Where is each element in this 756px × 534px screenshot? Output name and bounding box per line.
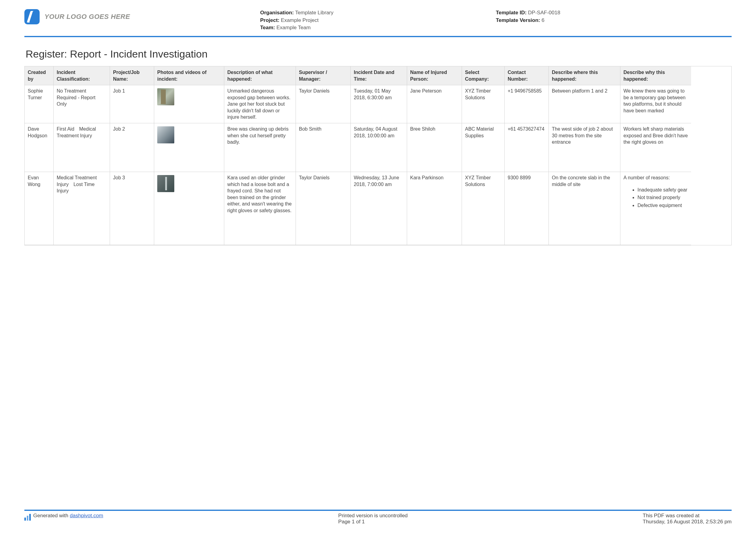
- template-id-row: Template ID: DP-SAF-0018: [496, 9, 732, 17]
- document-footer: Generated with dashpivot.com Printed ver…: [24, 510, 732, 525]
- document-header: YOUR LOGO GOES HERE Organisation: Templa…: [24, 9, 732, 37]
- uncontrolled-text: Printed version is uncontrolled: [338, 513, 408, 519]
- table-cell: ABC Material Supplies: [462, 123, 505, 172]
- table-cell: First Aid Medical Treatment Injury: [54, 123, 110, 172]
- table-cell: Sophie Turner: [25, 85, 54, 123]
- table-cell: Tuesday, 01 May 2018, 6:30:00 am: [351, 85, 407, 123]
- team-value: Example Team: [276, 25, 310, 31]
- project-row: Project: Example Project: [260, 17, 496, 24]
- logo-icon: [24, 9, 40, 24]
- table-cell: Medical Treatment Injury Lost Time Injur…: [54, 172, 110, 245]
- photo-cell: [154, 123, 224, 172]
- table-cell: Workers left sharp materials exposed and…: [620, 123, 691, 172]
- table-cell: Job 2: [110, 123, 154, 172]
- col-job: Project/Job Name:: [110, 66, 154, 85]
- organisation-value: Template Library: [295, 10, 334, 15]
- table-cell: +1 9496758585: [505, 85, 549, 123]
- table-cell: The west side of job 2 about 30 metres f…: [549, 123, 620, 172]
- incident-photo-thumbnail: [157, 88, 174, 105]
- team-row: Team: Example Team: [260, 24, 496, 32]
- col-datetime: Incident Date and Time:: [351, 66, 407, 85]
- photo-cell: [154, 172, 224, 245]
- incident-photo-thumbnail: [157, 175, 174, 192]
- table-cell: XYZ Timber Solutions: [462, 85, 505, 123]
- why-reason-item: Inadequate safety gear: [637, 187, 688, 193]
- why-intro: A number of reasons:: [623, 175, 670, 180]
- col-contact: Contact Number:: [505, 66, 549, 85]
- footer-left: Generated with dashpivot.com: [24, 513, 103, 525]
- table-cell: Taylor Daniels: [296, 85, 351, 123]
- table-cell: Evan Wong: [25, 172, 54, 245]
- table-cell: Kara used an older grinder which had a l…: [224, 172, 296, 245]
- template-id-value: DP-SAF-0018: [528, 10, 560, 15]
- table-cell: Dave Hodgson: [25, 123, 54, 172]
- table-cell: Jane Peterson: [407, 85, 462, 123]
- why-reason-list: Inadequate safety gear Not trained prope…: [637, 187, 688, 209]
- generated-with-text: Generated with dashpivot.com: [33, 513, 103, 519]
- document-page: YOUR LOGO GOES HERE Organisation: Templa…: [0, 0, 756, 534]
- table-cell: Job 1: [110, 85, 154, 123]
- bars-icon: [24, 514, 31, 521]
- incident-photo-thumbnail: [157, 126, 174, 143]
- table-cell: Bree was cleaning up debris when she cut…: [224, 123, 296, 172]
- incident-table: Created by Incident Classification: Proj…: [24, 66, 732, 245]
- table-cell: Saturday, 04 August 2018, 10:00:00 am: [351, 123, 407, 172]
- footer-right: This PDF was created at Thursday, 16 Aug…: [643, 513, 732, 525]
- table-cell: Bob Smith: [296, 123, 351, 172]
- generated-with-label: Generated with: [33, 513, 70, 519]
- template-version-row: Template Version: 6: [496, 17, 732, 24]
- table-cell: XYZ Timber Solutions: [462, 172, 505, 245]
- page-number: Page 1 of 1: [338, 519, 408, 525]
- col-where: Describe where this happened:: [549, 66, 620, 85]
- table-cell: Unmarked dangerous exposed gap between w…: [224, 85, 296, 123]
- table-cell: +61 4573627474: [505, 123, 549, 172]
- table-cell: Wednesday, 13 June 2018, 7:00:00 am: [351, 172, 407, 245]
- why-reason-item: Not trained properly: [637, 194, 688, 201]
- organisation-row: Organisation: Template Library: [260, 9, 496, 17]
- table-cell: 9300 8899: [505, 172, 549, 245]
- team-label: Team:: [260, 25, 275, 31]
- col-created-by: Created by: [25, 66, 54, 85]
- page-title: Register: Report - Incident Investigatio…: [26, 48, 732, 60]
- template-version-value: 6: [541, 17, 544, 23]
- logo-placeholder-text: YOUR LOGO GOES HERE: [44, 13, 130, 21]
- project-value: Example Project: [281, 17, 319, 23]
- organisation-label: Organisation:: [260, 10, 294, 15]
- col-photos: Photos and videos of incident:: [154, 66, 224, 85]
- template-id-label: Template ID:: [496, 10, 526, 15]
- col-injured: Name of Injured Person:: [407, 66, 462, 85]
- col-supervisor: Supervisor / Manager:: [296, 66, 351, 85]
- why-cell: A number of reasons: Inadequate safety g…: [620, 172, 691, 245]
- col-description: Description of what happened:: [224, 66, 296, 85]
- table-cell: Taylor Daniels: [296, 172, 351, 245]
- created-at-label: This PDF was created at: [643, 513, 732, 519]
- dashpivot-link[interactable]: dashpivot.com: [70, 513, 103, 519]
- why-reason-item: Defective equipment: [637, 202, 688, 209]
- col-classification: Incident Classification:: [54, 66, 110, 85]
- header-left: YOUR LOGO GOES HERE: [24, 9, 260, 24]
- table-cell: Kara Parkinson: [407, 172, 462, 245]
- table-cell: Between platform 1 and 2: [549, 85, 620, 123]
- col-why: Describe why this happened:: [620, 66, 691, 85]
- header-right: Template ID: DP-SAF-0018 Template Versio…: [496, 9, 732, 24]
- col-company: Select Company:: [462, 66, 505, 85]
- table-cell: Job 3: [110, 172, 154, 245]
- table-cell: We knew there was going to be a temporar…: [620, 85, 691, 123]
- created-at-value: Thursday, 16 August 2018, 2:53:26 pm: [643, 519, 732, 525]
- project-label: Project:: [260, 17, 280, 23]
- table-cell: No Treatment Required - Report Only: [54, 85, 110, 123]
- table-cell: On the concrete slab in the middle of si…: [549, 172, 620, 245]
- photo-cell: [154, 85, 224, 123]
- table-cell: Bree Shiloh: [407, 123, 462, 172]
- header-center: Organisation: Template Library Project: …: [260, 9, 496, 32]
- footer-center: Printed version is uncontrolled Page 1 o…: [338, 513, 408, 525]
- template-version-label: Template Version:: [496, 17, 540, 23]
